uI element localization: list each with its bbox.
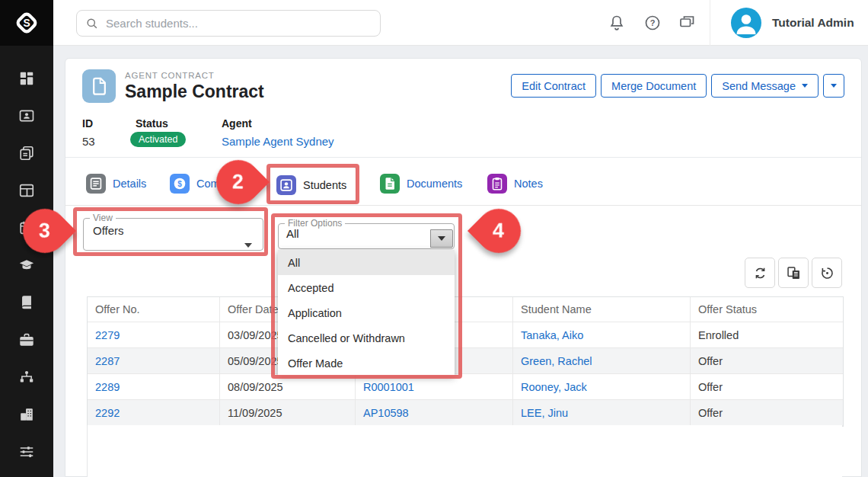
table-empty-area — [87, 425, 842, 477]
col-offer-status: Offer Status — [691, 297, 843, 322]
refresh-icon — [752, 265, 768, 281]
chat-icon[interactable] — [678, 14, 696, 32]
logo-icon: S — [13, 9, 40, 37]
copy-report-icon — [786, 265, 802, 281]
app-logo[interactable]: S — [0, 0, 53, 46]
agent-link[interactable]: Sample Agent Sydney — [222, 135, 334, 148]
tab-documents[interactable]: Documents — [380, 174, 462, 194]
filter-option-accepted[interactable]: Accepted — [278, 275, 455, 300]
offer-date-cell: 08/09/2025 — [220, 374, 356, 400]
grid-toolbar — [745, 258, 842, 288]
student-name-link[interactable]: Rooney, Jack — [521, 381, 587, 393]
view-select[interactable]: View Offers — [83, 213, 263, 251]
help-icon[interactable]: ? — [643, 14, 662, 32]
sidebar-courses-icon[interactable] — [18, 257, 35, 274]
tab-details[interactable]: Details — [86, 174, 146, 194]
students-card-icon — [276, 175, 296, 195]
tab-students-label: Students — [303, 179, 346, 191]
more-actions-button[interactable] — [823, 74, 844, 98]
student-no-link[interactable]: R0001001 — [363, 381, 414, 393]
user-avatar[interactable] — [731, 8, 761, 38]
status-label: Status — [136, 117, 168, 130]
tabs-divider — [65, 205, 861, 206]
sidebar-organisations-icon[interactable] — [18, 406, 35, 423]
offer-no-link[interactable]: 2289 — [95, 381, 120, 393]
svg-text:S: S — [23, 18, 30, 29]
offer-status-cell: Offer — [691, 400, 843, 426]
offer-no-link[interactable]: 2292 — [95, 407, 120, 419]
filter-options-value: All — [279, 227, 454, 240]
filter-option-application[interactable]: Application — [278, 300, 455, 325]
agent-label: Agent — [222, 117, 252, 130]
view-select-value: Offers — [84, 223, 263, 237]
contract-doc-icon — [82, 69, 116, 103]
user-name[interactable]: Tutorial Admin — [772, 16, 854, 30]
offers-table: Offer No. Offer Date Student Name Offer … — [87, 296, 844, 427]
notes-clipboard-icon — [487, 174, 507, 194]
sidebar: S — [0, 0, 53, 477]
export-copy-button[interactable] — [778, 258, 809, 288]
search-input[interactable] — [106, 17, 372, 30]
svg-text:$: $ — [177, 180, 182, 188]
sidebar-applications-icon[interactable] — [18, 145, 35, 162]
tab-students[interactable]: Students — [269, 167, 356, 203]
merge-document-button[interactable]: Merge Document — [601, 74, 707, 98]
view-select-label: View — [90, 213, 116, 223]
filter-option-all[interactable]: All — [278, 250, 455, 275]
app-page: S — [0, 0, 868, 477]
tab-details-label: Details — [113, 178, 146, 190]
sidebar-settings-icon[interactable] — [18, 443, 35, 460]
student-no-link[interactable]: AP10598 — [363, 407, 409, 419]
id-label: ID — [82, 117, 93, 130]
details-doc-icon — [86, 174, 106, 194]
send-message-button[interactable]: Send Message — [711, 74, 819, 98]
table-row: 2279 03/09/2025 Tanaka, Aiko Enrolled — [88, 322, 843, 348]
student-name-link[interactable]: Green, Rachel — [521, 355, 592, 367]
table-header-row: Offer No. Offer Date Student Name Offer … — [88, 297, 843, 322]
svg-text:?: ? — [650, 18, 656, 27]
chevron-down-icon — [438, 236, 445, 241]
col-student-name: Student Name — [513, 297, 691, 322]
contract-type-label: AGENT CONTRACT — [125, 71, 215, 80]
offer-no-link[interactable]: 2279 — [95, 329, 120, 341]
student-name-link[interactable]: LEE, Jinu — [521, 407, 568, 419]
filter-option-cancelled[interactable]: Cancelled or Withdrawn — [278, 325, 455, 351]
topbar-divider — [710, 0, 710, 46]
offer-date-cell: 11/09/2025 — [220, 400, 356, 426]
contract-actions: Edit Contract Merge Document Send Messag… — [511, 74, 844, 98]
refresh-button[interactable] — [745, 258, 775, 288]
sidebar-book-icon[interactable] — [18, 294, 35, 311]
contract-card: AGENT CONTRACT Sample Contract Edit Cont… — [65, 58, 862, 477]
edit-contract-button[interactable]: Edit Contract — [511, 74, 596, 98]
person-icon — [731, 8, 761, 38]
search-box[interactable] — [76, 10, 381, 37]
offer-status-cell: Offer — [691, 348, 843, 374]
history-button[interactable] — [812, 258, 842, 288]
col-offer-no: Offer No. — [88, 297, 220, 322]
chevron-down-icon — [244, 243, 252, 248]
documents-file-icon — [380, 174, 400, 194]
filter-options-select[interactable]: Filter Options All — [278, 218, 455, 249]
edit-contract-label: Edit Contract — [522, 80, 586, 92]
sidebar-agents-icon[interactable] — [18, 369, 35, 386]
sidebar-layout-icon[interactable] — [18, 182, 35, 199]
merge-document-label: Merge Document — [611, 80, 696, 92]
filter-option-offer-made[interactable]: Offer Made — [278, 351, 455, 376]
table-row: 2289 08/09/2025 R0001001 Rooney, Jack Of… — [88, 374, 843, 400]
offer-status-cell: Offer — [691, 374, 843, 400]
header-divider — [65, 157, 861, 158]
tab-commissions[interactable]: $ Commissions — [170, 174, 263, 194]
offer-no-link[interactable]: 2287 — [95, 355, 120, 367]
tab-notes-label: Notes — [514, 178, 543, 190]
chevron-down-icon — [831, 84, 837, 88]
notifications-bell-icon[interactable] — [608, 14, 626, 32]
commissions-dollar-icon: $ — [170, 174, 190, 194]
filter-dropdown-button[interactable] — [430, 229, 453, 248]
tab-notes[interactable]: Notes — [487, 174, 543, 194]
sidebar-calendar-icon[interactable] — [18, 219, 35, 236]
sidebar-dashboard-icon[interactable] — [18, 70, 35, 87]
tab-commissions-label: Commissions — [196, 178, 263, 190]
sidebar-students-icon[interactable] — [18, 107, 35, 124]
student-name-link[interactable]: Tanaka, Aiko — [521, 329, 583, 341]
sidebar-services-icon[interactable] — [18, 331, 35, 348]
